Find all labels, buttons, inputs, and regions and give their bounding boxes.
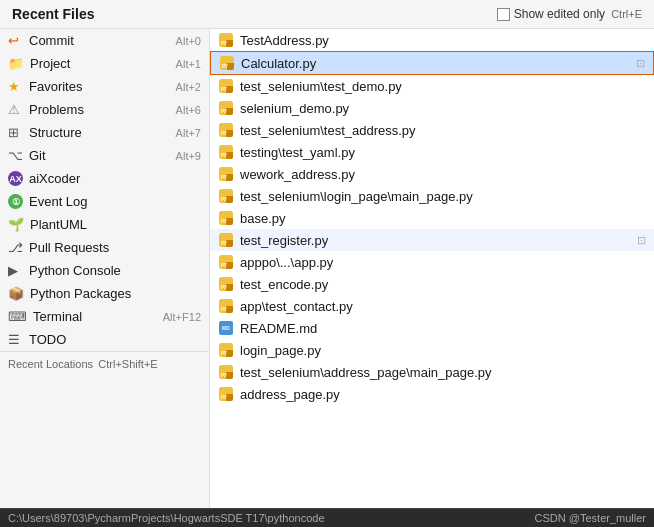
page-title: Recent Files <box>12 6 94 22</box>
py-file-icon: py <box>218 386 234 402</box>
sidebar-item-pullrequests[interactable]: ⎇Pull Requests <box>0 236 209 259</box>
sidebar-item-problems[interactable]: ⚠ProblemsAlt+6 <box>0 98 209 121</box>
sidebar-item-left-pythonpackages: 📦Python Packages <box>8 286 131 301</box>
sidebar-item-git[interactable]: ⌥GitAlt+9 <box>0 144 209 167</box>
file-name: Calculator.py <box>241 56 316 71</box>
py-file-icon: py <box>218 144 234 160</box>
file-item[interactable]: pytest_selenium\test_address.py <box>210 119 654 141</box>
svg-text:py: py <box>221 217 227 223</box>
svg-text:py: py <box>221 39 227 45</box>
py-file-icon: py <box>218 122 234 138</box>
sidebar-item-shortcut-structure: Alt+7 <box>176 127 201 139</box>
file-item-left: pyCalculator.py <box>219 55 316 71</box>
sidebar-item-structure[interactable]: ⊞StructureAlt+7 <box>0 121 209 144</box>
file-item[interactable]: pywework_address.py <box>210 163 654 185</box>
svg-rect-4 <box>227 63 234 70</box>
file-item[interactable]: pytesting\test_yaml.py <box>210 141 654 163</box>
svg-rect-16 <box>226 152 233 159</box>
svg-text:py: py <box>221 261 227 267</box>
show-edited-checkbox[interactable] <box>497 8 510 21</box>
sidebar-item-label-plantuml: PlantUML <box>30 217 87 232</box>
file-item-left: pytest_selenium\test_demo.py <box>218 78 402 94</box>
sidebar-item-shortcut-problems: Alt+6 <box>176 104 201 116</box>
git-icon: ⌥ <box>8 148 23 163</box>
sidebar-item-aixcoder[interactable]: AXaiXcoder <box>0 167 209 190</box>
pin-icon: ⊡ <box>637 234 646 247</box>
file-item-left: pywework_address.py <box>218 166 355 182</box>
recent-locations-shortcut: Ctrl+Shift+E <box>98 358 157 370</box>
file-item[interactable]: pytest_selenium\login_page\main_page.py <box>210 185 654 207</box>
file-name: login_page.py <box>240 343 321 358</box>
file-item[interactable]: pytest_register.py⊡ <box>210 229 654 251</box>
sidebar-item-favorites[interactable]: ★FavoritesAlt+2 <box>0 75 209 98</box>
svg-rect-19 <box>226 174 233 181</box>
eventlog-icon: ① <box>8 194 23 209</box>
py-file-icon: py <box>218 188 234 204</box>
sidebar-item-left-problems: ⚠Problems <box>8 102 84 117</box>
file-item[interactable]: pyTestAddress.py <box>210 29 654 51</box>
file-item-left: pyapp\test_contact.py <box>218 298 353 314</box>
file-item[interactable]: pytest_selenium\test_demo.py <box>210 75 654 97</box>
file-item-left: pytesting\test_yaml.py <box>218 144 355 160</box>
sidebar-item-shortcut-project: Alt+1 <box>176 58 201 70</box>
favorites-icon: ★ <box>8 79 23 94</box>
show-edited-checkbox-container[interactable]: Show edited only Ctrl+E <box>497 7 642 21</box>
py-file-icon: py <box>218 298 234 314</box>
sidebar-item-label-git: Git <box>29 148 46 163</box>
py-file-icon: py <box>218 210 234 226</box>
file-item[interactable]: pybase.py <box>210 207 654 229</box>
sidebar-item-todo[interactable]: ☰TODO <box>0 328 209 351</box>
sidebar-item-left-aixcoder: AXaiXcoder <box>8 171 80 186</box>
sidebar-item-pythonpackages[interactable]: 📦Python Packages <box>0 282 209 305</box>
svg-rect-22 <box>226 196 233 203</box>
md-file-icon: MD <box>218 320 234 336</box>
sidebar-item-label-structure: Structure <box>29 125 82 140</box>
commit-icon: ↩ <box>8 33 23 48</box>
file-item-left: pytest_encode.py <box>218 276 328 292</box>
sidebar-item-project[interactable]: 📁ProjectAlt+1 <box>0 52 209 75</box>
py-file-icon: py <box>218 32 234 48</box>
header: Recent Files Show edited only Ctrl+E <box>0 0 654 29</box>
svg-text:py: py <box>221 85 227 91</box>
file-item[interactable]: pyapppo\...\app.py <box>210 251 654 273</box>
svg-rect-43 <box>226 372 233 379</box>
py-file-icon: py <box>218 254 234 270</box>
sidebar-items-container: ↩CommitAlt+0📁ProjectAlt+1★FavoritesAlt+2… <box>0 29 209 351</box>
file-name: apppo\...\app.py <box>240 255 333 270</box>
sidebar-item-left-eventlog: ①Event Log <box>8 194 88 209</box>
sidebar-item-label-pythonpackages: Python Packages <box>30 286 131 301</box>
sidebar-item-commit[interactable]: ↩CommitAlt+0 <box>0 29 209 52</box>
file-item[interactable]: pyselenium_demo.py <box>210 97 654 119</box>
sidebar-item-eventlog[interactable]: ①Event Log <box>0 190 209 213</box>
footer-path: C:\Users\89703\PycharmProjects\HogwartsS… <box>8 512 325 524</box>
sidebar-item-label-pullrequests: Pull Requests <box>29 240 109 255</box>
file-name: test_selenium\test_address.py <box>240 123 416 138</box>
pin-icon: ⊡ <box>636 57 645 70</box>
sidebar-item-pythonconsole[interactable]: ▶Python Console <box>0 259 209 282</box>
file-item[interactable]: pylogin_page.py <box>210 339 654 361</box>
file-name: test_encode.py <box>240 277 328 292</box>
sidebar-item-left-structure: ⊞Structure <box>8 125 82 140</box>
file-name: test_selenium\address_page\main_page.py <box>240 365 492 380</box>
file-item[interactable]: pyapp\test_contact.py <box>210 295 654 317</box>
svg-rect-37 <box>226 306 233 313</box>
svg-text:py: py <box>221 129 227 135</box>
file-item[interactable]: pyaddress_page.py <box>210 383 654 405</box>
svg-text:py: py <box>221 305 227 311</box>
recent-locations[interactable]: Recent Locations Ctrl+Shift+E <box>0 351 209 376</box>
sidebar-item-left-git: ⌥Git <box>8 148 46 163</box>
file-item[interactable]: pyCalculator.py⊡ <box>210 51 654 75</box>
sidebar-item-left-terminal: ⌨Terminal <box>8 309 82 324</box>
file-name: TestAddress.py <box>240 33 329 48</box>
file-item[interactable]: MDREADME.md <box>210 317 654 339</box>
sidebar-item-terminal[interactable]: ⌨TerminalAlt+F12 <box>0 305 209 328</box>
file-item-left: pyaddress_page.py <box>218 386 340 402</box>
svg-rect-1 <box>226 40 233 47</box>
file-item[interactable]: pytest_encode.py <box>210 273 654 295</box>
file-item[interactable]: pytest_selenium\address_page\main_page.p… <box>210 361 654 383</box>
file-name: address_page.py <box>240 387 340 402</box>
project-icon: 📁 <box>8 56 24 71</box>
sidebar-item-shortcut-commit: Alt+0 <box>176 35 201 47</box>
footer-credit: CSDN @Tester_muller <box>535 512 646 524</box>
sidebar-item-plantuml[interactable]: 🌱PlantUML <box>0 213 209 236</box>
